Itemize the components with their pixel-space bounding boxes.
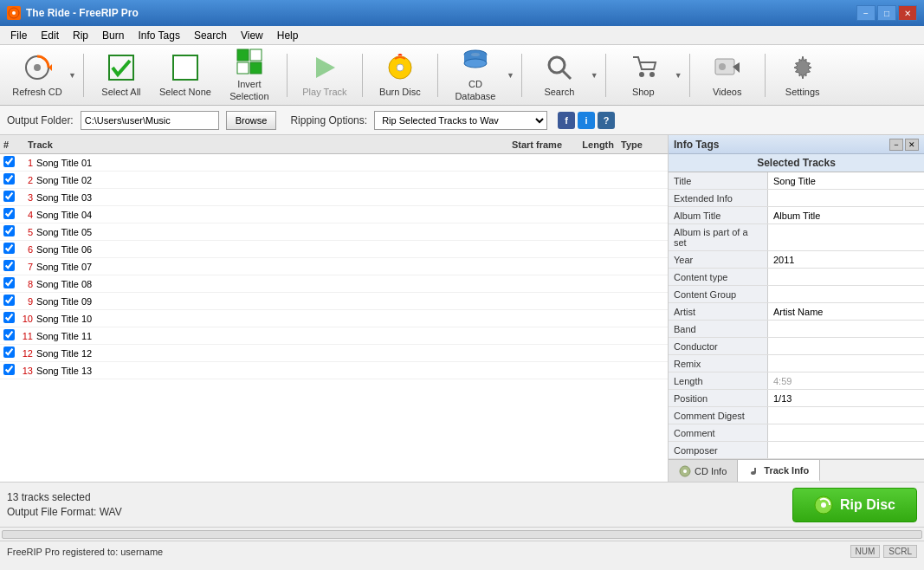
- info-field-value[interactable]: Song Title: [768, 172, 924, 189]
- table-row[interactable]: 9 Song Title 09: [0, 293, 668, 310]
- track-checkbox[interactable]: [3, 156, 15, 167]
- table-row[interactable]: 5 Song Title 05: [0, 223, 668, 241]
- info-field-value[interactable]: [768, 286, 924, 302]
- track-checkbox[interactable]: [3, 277, 15, 288]
- sep5: [521, 54, 522, 97]
- tab-cd_info[interactable]: CD Info: [669, 460, 738, 482]
- cd-tab-icon: [679, 465, 691, 477]
- menu-item-help[interactable]: Help: [270, 28, 306, 43]
- info-field-label: Remix: [669, 355, 768, 372]
- rip-disc-button[interactable]: Rip Disc: [792, 488, 917, 522]
- menu-item-file[interactable]: File: [3, 28, 34, 43]
- info-field-value[interactable]: [768, 424, 924, 441]
- refresh-cd-button[interactable]: Refresh CD: [7, 49, 68, 102]
- table-row[interactable]: 11 Song Title 11: [0, 327, 668, 345]
- info-field-value[interactable]: 1/13: [768, 390, 924, 406]
- table-row[interactable]: 7 Song Title 07: [0, 258, 668, 275]
- track-checkbox[interactable]: [3, 295, 15, 306]
- table-row[interactable]: 13 Song Title 13: [0, 362, 668, 379]
- track-checkbox[interactable]: [3, 347, 15, 358]
- browse-button[interactable]: Browse: [226, 111, 277, 130]
- track-checkbox[interactable]: [3, 191, 15, 202]
- invert-selection-button[interactable]: Invert Selection: [219, 49, 280, 102]
- select-none-button[interactable]: Select None: [155, 49, 216, 102]
- output-folder-input[interactable]: [81, 111, 219, 130]
- minimize-button[interactable]: −: [856, 5, 876, 21]
- search-label: Search: [544, 87, 574, 98]
- info-field-value[interactable]: Album Title: [768, 207, 924, 223]
- search-icon: [544, 52, 575, 83]
- info-field-value[interactable]: [768, 407, 924, 424]
- info-field-label: Year: [669, 251, 768, 268]
- track-checkbox[interactable]: [3, 243, 15, 254]
- cd-database-button[interactable]: CD Database: [445, 49, 506, 102]
- table-row[interactable]: 6 Song Title 06: [0, 241, 668, 258]
- burn-disc-button[interactable]: Burn Disc: [370, 49, 430, 102]
- track-checkbox[interactable]: [3, 208, 15, 219]
- select-all-button[interactable]: Select All: [91, 49, 152, 102]
- track-checkbox[interactable]: [3, 312, 15, 323]
- refresh-cd-dropdown[interactable]: ▼: [68, 71, 76, 80]
- facebook-icon-button[interactable]: f: [558, 112, 575, 129]
- menu-item-infotags[interactable]: Info Tags: [131, 28, 186, 43]
- svg-point-21: [649, 72, 655, 77]
- menu-item-search[interactable]: Search: [187, 28, 234, 43]
- info-field-value[interactable]: [768, 321, 924, 337]
- track-checkbox[interactable]: [3, 173, 15, 185]
- track-checkbox[interactable]: [3, 364, 15, 375]
- table-row[interactable]: 1 Song Title 01: [0, 154, 668, 172]
- play-track-button[interactable]: Play Track: [294, 49, 355, 102]
- table-row[interactable]: 4 Song Title 04: [0, 206, 668, 223]
- info-panel-minimize[interactable]: −: [889, 139, 903, 151]
- menu-item-edit[interactable]: Edit: [34, 28, 66, 43]
- tab-track_info[interactable]: Track Info: [738, 460, 820, 482]
- menu-item-burn[interactable]: Burn: [95, 28, 131, 43]
- track-checkbox[interactable]: [3, 225, 15, 236]
- help-icon-button[interactable]: ?: [598, 112, 615, 129]
- info-field-value[interactable]: [768, 442, 924, 458]
- info-field-value[interactable]: Artist Name: [768, 303, 924, 320]
- info-field-value[interactable]: [768, 338, 924, 354]
- info-panel-close[interactable]: ✕: [905, 139, 919, 151]
- videos-button[interactable]: Videos: [697, 49, 758, 102]
- info-icon-button[interactable]: i: [578, 112, 595, 129]
- info-field-value[interactable]: [768, 269, 924, 285]
- track-checkbox[interactable]: [3, 329, 15, 340]
- table-row[interactable]: 3 Song Title 03: [0, 189, 668, 206]
- info-field-value[interactable]: 2011: [768, 251, 924, 268]
- info-field-value[interactable]: [768, 355, 924, 372]
- track-checkbox-wrapper: [3, 329, 19, 343]
- table-row[interactable]: 12 Song Title 12: [0, 345, 668, 362]
- info-field-value[interactable]: 4:59: [768, 372, 924, 389]
- horizontal-scrollbar[interactable]: [2, 530, 922, 539]
- settings-button[interactable]: Settings: [772, 49, 833, 102]
- table-row[interactable]: 8 Song Title 08: [0, 275, 668, 293]
- titlebar-controls: − □ ✕: [856, 5, 917, 21]
- cd-database-dropdown[interactable]: ▼: [507, 71, 514, 80]
- menu-item-rip[interactable]: Rip: [66, 28, 95, 43]
- info-field-value[interactable]: [768, 224, 924, 250]
- track-table-header: # Track Start frame Length Type: [0, 135, 668, 154]
- restore-button[interactable]: □: [877, 5, 896, 21]
- svg-rect-7: [237, 49, 249, 61]
- ripping-options-select[interactable]: Rip Selected Tracks to WavRip Selected T…: [374, 111, 547, 130]
- registered-text: FreeRIP Pro registered to: username: [7, 547, 163, 557]
- track-checkbox-wrapper: [3, 295, 19, 308]
- svg-line-19: [563, 71, 571, 79]
- info-row: Remix: [669, 355, 924, 372]
- track-title: Song Title 02: [36, 175, 664, 185]
- table-row[interactable]: 10 Song Title 10: [0, 310, 668, 327]
- track-checkbox[interactable]: [3, 260, 15, 271]
- info-field-value[interactable]: [768, 190, 924, 206]
- table-row[interactable]: 2 Song Title 02: [0, 172, 668, 189]
- rip-disc-label: Rip Disc: [840, 497, 895, 513]
- music-note-icon: [748, 464, 760, 476]
- search-button[interactable]: Search: [529, 49, 590, 102]
- search-dropdown[interactable]: ▼: [591, 71, 598, 80]
- invert-selection-icon: [234, 48, 265, 75]
- menu-item-view[interactable]: View: [234, 28, 270, 43]
- shop-button[interactable]: Shop: [613, 49, 674, 102]
- cd-database-icon: [460, 48, 491, 75]
- close-button[interactable]: ✕: [898, 5, 917, 21]
- shop-dropdown[interactable]: ▼: [675, 71, 682, 80]
